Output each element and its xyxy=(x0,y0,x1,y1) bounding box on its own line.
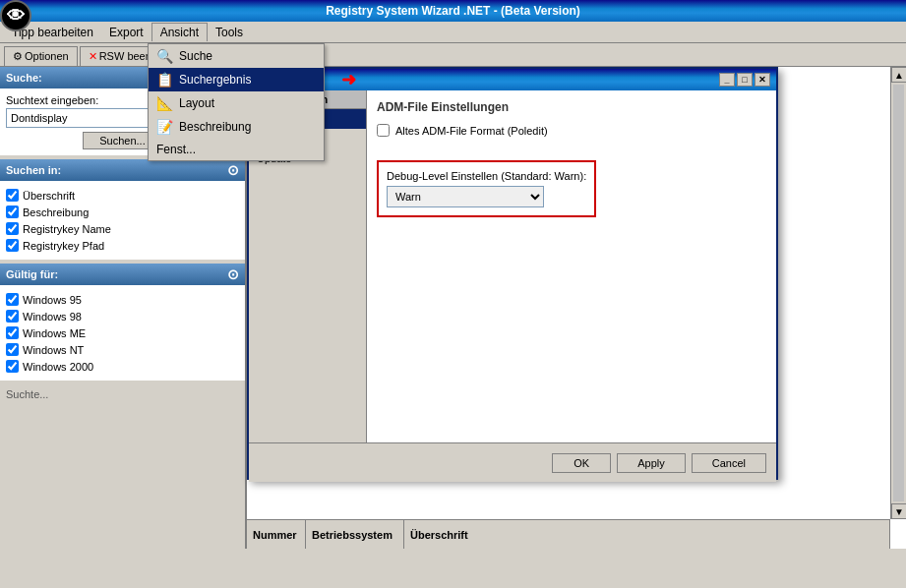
menu-ansicht[interactable]: Ansicht xyxy=(151,23,208,41)
ansicht-dropdown: 🔍 Suche 📋 Suchergebnis 📐 Layout 📝 Beschr… xyxy=(148,43,325,161)
gultig-content: Windows 95 Windows 98 Windows ME Windows… xyxy=(0,285,245,381)
check-win98: Windows 98 xyxy=(6,308,239,324)
col-betriebssystem: Betriebssystem xyxy=(306,520,404,549)
col-uberschrift: Überschrift xyxy=(404,520,890,549)
adm-section-title: ADM-File Einstellungen xyxy=(377,100,766,114)
cancel-button[interactable]: Cancel xyxy=(692,453,766,473)
app-title: Registry System Wizard .NET - (Beta Vers… xyxy=(326,4,580,18)
debug-label: Debug-Level Einstellen (Standard: Warn): xyxy=(387,170,586,182)
search-in-toggle[interactable]: ⊙ xyxy=(227,162,239,178)
rsw-close-icon: ✕ xyxy=(89,50,97,63)
debug-section: Debug-Level Einstellen (Standard: Warn):… xyxy=(377,156,766,217)
menu-bar: Tipp bearbeiten Export Ansicht Tools 🔍 S… xyxy=(0,22,906,43)
search-in-header: Suchen in: ⊙ xyxy=(0,159,245,181)
tab-optionen[interactable]: ⚙ Optionen xyxy=(4,46,78,66)
check-registrykey-pfad: Registrykey Pfad xyxy=(6,237,239,254)
win98-checkbox[interactable] xyxy=(6,310,19,323)
check-winme: Windows ME xyxy=(6,324,239,341)
dropdown-layout[interactable]: 📐 Layout xyxy=(149,91,324,115)
win95-checkbox[interactable] xyxy=(6,293,19,306)
check-beschreibung: Beschreibung xyxy=(6,204,239,220)
beschreibung-icon: 📝 xyxy=(156,119,173,135)
table-headers: Nummer Betriebssystem Überschrift xyxy=(247,519,890,549)
beschreibung-checkbox[interactable] xyxy=(6,206,19,218)
app-logo: 👁 xyxy=(0,0,31,31)
check-winnt: Windows NT xyxy=(6,341,239,358)
menu-export[interactable]: Export xyxy=(101,24,151,41)
dialog-body: Einstellungen Allgemein Verzeichnisse Up… xyxy=(249,90,776,442)
dialog-maximize-btn[interactable]: □ xyxy=(737,73,753,87)
dialog-close-btn[interactable]: ✕ xyxy=(755,73,770,87)
registrykey-pfad-checkbox[interactable] xyxy=(6,239,19,252)
content-area: A D B S H# ▲ ▼ Nummer Betriebssystem xyxy=(246,67,906,549)
winnt-checkbox[interactable] xyxy=(6,343,19,356)
gultig-header: Gültig für: ⊙ xyxy=(0,264,245,285)
registrykey-name-checkbox[interactable] xyxy=(6,222,19,235)
scroll-bottom-label: Suchte... xyxy=(0,384,245,404)
suche-icon: 🔍 xyxy=(156,48,173,64)
scroll-up-btn[interactable]: ▲ xyxy=(891,67,906,83)
adm-checkbox-row: Altes ADM-File Format (Poledit) xyxy=(377,124,766,137)
tabs-row: ⚙ Optionen ✕ RSW beenden × xyxy=(0,43,906,67)
check-win95: Windows 95 xyxy=(6,291,239,308)
dropdown-beschreibung[interactable]: 📝 Beschreibung xyxy=(149,115,324,139)
adm-format-checkbox[interactable] xyxy=(377,124,390,137)
vertical-scrollbar[interactable]: ▲ ▼ xyxy=(890,67,906,519)
dialog-title-bar: ⚙ Optionen ➜ _ □ ✕ xyxy=(249,69,776,90)
win2000-checkbox[interactable] xyxy=(6,360,19,373)
search-in-content: Überschrift Beschreibung Registrykey Nam… xyxy=(0,181,245,260)
dialog-controls: _ □ ✕ xyxy=(719,73,770,87)
gear-icon: ⚙ xyxy=(13,50,23,63)
search-in-section: Suchen in: ⊙ Überschrift Beschreibung Re… xyxy=(0,159,245,260)
adm-format-label: Altes ADM-File Format (Poledit) xyxy=(395,125,548,137)
dialog-footer: OK Apply Cancel xyxy=(249,442,776,482)
check-win2000: Windows 2000 xyxy=(6,358,239,375)
scroll-thumb xyxy=(893,85,904,501)
ok-button[interactable]: OK xyxy=(552,453,611,473)
layout-icon: 📐 xyxy=(156,95,173,111)
winme-checkbox[interactable] xyxy=(6,326,19,339)
suchergebnis-icon: 📋 xyxy=(156,72,173,88)
title-bar: 👁 Registry System Wizard .NET - (Beta Ve… xyxy=(0,0,906,22)
debug-level-select[interactable]: Warn Info Debug Error xyxy=(387,186,544,207)
dropdown-fenster[interactable]: Fenst... xyxy=(149,139,324,160)
apply-button[interactable]: Apply xyxy=(617,453,686,473)
dialog-content-panel: ADM-File Einstellungen Altes ADM-File Fo… xyxy=(367,90,776,442)
dialog-minimize-btn[interactable]: _ xyxy=(719,73,735,87)
gultig-section: Gültig für: ⊙ Windows 95 Windows 98 Wind… xyxy=(0,264,245,381)
dropdown-suche[interactable]: 🔍 Suche xyxy=(149,44,324,68)
optionen-dialog: ⚙ Optionen ➜ _ □ ✕ Einstellunge xyxy=(247,67,778,480)
dropdown-suchergebnis[interactable]: 📋 Suchergebnis xyxy=(149,68,324,91)
col-nummer: Nummer xyxy=(247,520,306,549)
gultig-toggle[interactable]: ⊙ xyxy=(227,266,239,282)
check-uberschrift: Überschrift xyxy=(6,187,239,204)
check-registrykey-name: Registrykey Name xyxy=(6,220,239,237)
arrow-icon: ➜ xyxy=(341,69,356,90)
menu-tools[interactable]: Tools xyxy=(208,24,251,41)
main-area: Suche: ⊙ Suchtext eingeben: Dontdisplay … xyxy=(0,67,906,549)
debug-box: Debug-Level Einstellen (Standard: Warn):… xyxy=(377,160,596,217)
scroll-down-btn[interactable]: ▼ xyxy=(891,503,906,519)
uberschrift-checkbox[interactable] xyxy=(6,189,19,202)
